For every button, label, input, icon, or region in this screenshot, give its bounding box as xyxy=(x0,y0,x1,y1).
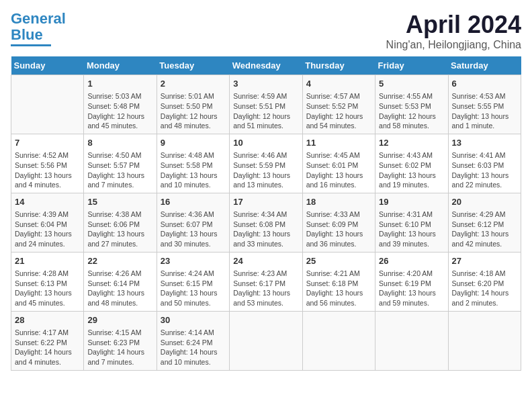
day-number: 11 xyxy=(306,137,371,149)
calendar-body: 1Sunrise: 5:03 AM Sunset: 5:48 PM Daylig… xyxy=(11,75,521,371)
day-number: 5 xyxy=(379,78,444,90)
calendar-table: SundayMondayTuesdayWednesdayThursdayFrid… xyxy=(11,56,521,371)
header-cell-saturday: Saturday xyxy=(448,56,521,75)
cell-info: Sunrise: 4:29 AM Sunset: 6:12 PM Dayligh… xyxy=(452,210,517,249)
calendar-week-4: 21Sunrise: 4:28 AM Sunset: 6:13 PM Dayli… xyxy=(11,252,521,311)
day-number: 22 xyxy=(87,255,152,267)
day-number: 9 xyxy=(161,137,226,149)
cell-info: Sunrise: 4:36 AM Sunset: 6:07 PM Dayligh… xyxy=(161,210,226,249)
logo-text: General Blue xyxy=(11,11,66,43)
day-number: 18 xyxy=(306,196,371,208)
cell-info: Sunrise: 4:23 AM Sunset: 6:17 PM Dayligh… xyxy=(233,269,298,308)
cell-info: Sunrise: 4:46 AM Sunset: 5:59 PM Dayligh… xyxy=(233,150,298,190)
calendar-cell xyxy=(11,75,84,134)
day-number: 4 xyxy=(306,78,371,90)
calendar-cell: 19Sunrise: 4:31 AM Sunset: 6:10 PM Dayli… xyxy=(375,193,448,252)
calendar-cell xyxy=(448,311,521,370)
cell-info: Sunrise: 4:45 AM Sunset: 6:01 PM Dayligh… xyxy=(306,150,371,190)
calendar-cell: 24Sunrise: 4:23 AM Sunset: 6:17 PM Dayli… xyxy=(230,252,302,311)
calendar-cell: 18Sunrise: 4:33 AM Sunset: 6:09 PM Dayli… xyxy=(302,193,375,252)
calendar-cell: 3Sunrise: 4:59 AM Sunset: 5:51 PM Daylig… xyxy=(230,75,302,134)
day-number: 14 xyxy=(15,196,80,208)
calendar-header-row: SundayMondayTuesdayWednesdayThursdayFrid… xyxy=(11,56,521,75)
calendar-cell: 13Sunrise: 4:41 AM Sunset: 6:03 PM Dayli… xyxy=(448,134,521,193)
calendar-cell: 27Sunrise: 4:18 AM Sunset: 6:20 PM Dayli… xyxy=(448,252,521,311)
cell-info: Sunrise: 4:26 AM Sunset: 6:14 PM Dayligh… xyxy=(87,269,152,308)
day-number: 1 xyxy=(87,78,152,90)
calendar-cell: 2Sunrise: 5:01 AM Sunset: 5:50 PM Daylig… xyxy=(157,75,229,134)
cell-info: Sunrise: 4:20 AM Sunset: 6:19 PM Dayligh… xyxy=(379,269,444,308)
header-cell-thursday: Thursday xyxy=(302,56,375,75)
title-area: April 2024 Ning'an, Heilongjiang, China xyxy=(386,11,521,51)
calendar-cell: 17Sunrise: 4:34 AM Sunset: 6:08 PM Dayli… xyxy=(230,193,302,252)
day-number: 25 xyxy=(306,255,371,267)
day-number: 7 xyxy=(15,137,80,149)
cell-info: Sunrise: 4:52 AM Sunset: 5:56 PM Dayligh… xyxy=(15,150,80,190)
calendar-cell: 26Sunrise: 4:20 AM Sunset: 6:19 PM Dayli… xyxy=(375,252,448,311)
header-cell-monday: Monday xyxy=(84,56,157,75)
day-number: 24 xyxy=(233,255,298,267)
calendar-cell: 12Sunrise: 4:43 AM Sunset: 6:02 PM Dayli… xyxy=(375,134,448,193)
logo-underline xyxy=(11,44,51,46)
calendar-cell: 21Sunrise: 4:28 AM Sunset: 6:13 PM Dayli… xyxy=(11,252,84,311)
calendar-week-2: 7Sunrise: 4:52 AM Sunset: 5:56 PM Daylig… xyxy=(11,134,521,193)
calendar-cell: 16Sunrise: 4:36 AM Sunset: 6:07 PM Dayli… xyxy=(157,193,229,252)
cell-info: Sunrise: 4:57 AM Sunset: 5:52 PM Dayligh… xyxy=(306,91,371,131)
day-number: 29 xyxy=(87,314,152,326)
calendar-cell: 15Sunrise: 4:38 AM Sunset: 6:06 PM Dayli… xyxy=(84,193,157,252)
header-cell-sunday: Sunday xyxy=(11,56,84,75)
calendar-cell: 20Sunrise: 4:29 AM Sunset: 6:12 PM Dayli… xyxy=(448,193,521,252)
cell-info: Sunrise: 4:39 AM Sunset: 6:04 PM Dayligh… xyxy=(15,210,80,249)
day-number: 23 xyxy=(161,255,226,267)
calendar-cell xyxy=(375,311,448,370)
day-number: 16 xyxy=(161,196,226,208)
day-number: 10 xyxy=(233,137,298,149)
calendar-week-1: 1Sunrise: 5:03 AM Sunset: 5:48 PM Daylig… xyxy=(11,75,521,134)
location-title: Ning'an, Heilongjiang, China xyxy=(386,39,521,51)
cell-info: Sunrise: 4:41 AM Sunset: 6:03 PM Dayligh… xyxy=(452,150,517,190)
cell-info: Sunrise: 4:48 AM Sunset: 5:58 PM Dayligh… xyxy=(161,150,226,190)
calendar-cell xyxy=(230,311,302,370)
calendar-cell: 1Sunrise: 5:03 AM Sunset: 5:48 PM Daylig… xyxy=(84,75,157,134)
calendar-cell: 29Sunrise: 4:15 AM Sunset: 6:23 PM Dayli… xyxy=(84,311,157,370)
cell-info: Sunrise: 4:24 AM Sunset: 6:15 PM Dayligh… xyxy=(161,269,226,308)
header-cell-friday: Friday xyxy=(375,56,448,75)
day-number: 2 xyxy=(161,78,226,90)
cell-info: Sunrise: 5:01 AM Sunset: 5:50 PM Dayligh… xyxy=(161,91,226,131)
calendar-cell: 7Sunrise: 4:52 AM Sunset: 5:56 PM Daylig… xyxy=(11,134,84,193)
cell-info: Sunrise: 5:03 AM Sunset: 5:48 PM Dayligh… xyxy=(87,91,152,131)
calendar-cell: 8Sunrise: 4:50 AM Sunset: 5:57 PM Daylig… xyxy=(84,134,157,193)
cell-info: Sunrise: 4:18 AM Sunset: 6:20 PM Dayligh… xyxy=(452,269,517,308)
day-number: 13 xyxy=(452,137,517,149)
calendar-cell: 9Sunrise: 4:48 AM Sunset: 5:58 PM Daylig… xyxy=(157,134,229,193)
day-number: 27 xyxy=(452,255,517,267)
header: General Blue April 2024 Ning'an, Heilong… xyxy=(11,11,521,51)
logo: General Blue xyxy=(11,11,66,46)
cell-info: Sunrise: 4:43 AM Sunset: 6:02 PM Dayligh… xyxy=(379,150,444,190)
day-number: 20 xyxy=(452,196,517,208)
calendar-cell: 28Sunrise: 4:17 AM Sunset: 6:22 PM Dayli… xyxy=(11,311,84,370)
calendar-cell: 14Sunrise: 4:39 AM Sunset: 6:04 PM Dayli… xyxy=(11,193,84,252)
cell-info: Sunrise: 4:53 AM Sunset: 5:55 PM Dayligh… xyxy=(452,91,517,131)
day-number: 28 xyxy=(15,314,80,326)
calendar-cell: 23Sunrise: 4:24 AM Sunset: 6:15 PM Dayli… xyxy=(157,252,229,311)
cell-info: Sunrise: 4:50 AM Sunset: 5:57 PM Dayligh… xyxy=(87,150,152,190)
calendar-cell: 25Sunrise: 4:21 AM Sunset: 6:18 PM Dayli… xyxy=(302,252,375,311)
cell-info: Sunrise: 4:15 AM Sunset: 6:23 PM Dayligh… xyxy=(87,328,152,367)
calendar-cell xyxy=(302,311,375,370)
calendar-cell: 5Sunrise: 4:55 AM Sunset: 5:53 PM Daylig… xyxy=(375,75,448,134)
day-number: 17 xyxy=(233,196,298,208)
day-number: 6 xyxy=(452,78,517,90)
cell-info: Sunrise: 4:21 AM Sunset: 6:18 PM Dayligh… xyxy=(306,269,371,308)
day-number: 30 xyxy=(161,314,226,326)
cell-info: Sunrise: 4:34 AM Sunset: 6:08 PM Dayligh… xyxy=(233,210,298,249)
calendar-cell: 10Sunrise: 4:46 AM Sunset: 5:59 PM Dayli… xyxy=(230,134,302,193)
logo-general: General xyxy=(11,10,66,27)
header-cell-wednesday: Wednesday xyxy=(230,56,302,75)
calendar-week-5: 28Sunrise: 4:17 AM Sunset: 6:22 PM Dayli… xyxy=(11,311,521,370)
day-number: 15 xyxy=(87,196,152,208)
day-number: 26 xyxy=(379,255,444,267)
day-number: 8 xyxy=(87,137,152,149)
month-title: April 2024 xyxy=(386,11,521,39)
calendar-cell: 11Sunrise: 4:45 AM Sunset: 6:01 PM Dayli… xyxy=(302,134,375,193)
